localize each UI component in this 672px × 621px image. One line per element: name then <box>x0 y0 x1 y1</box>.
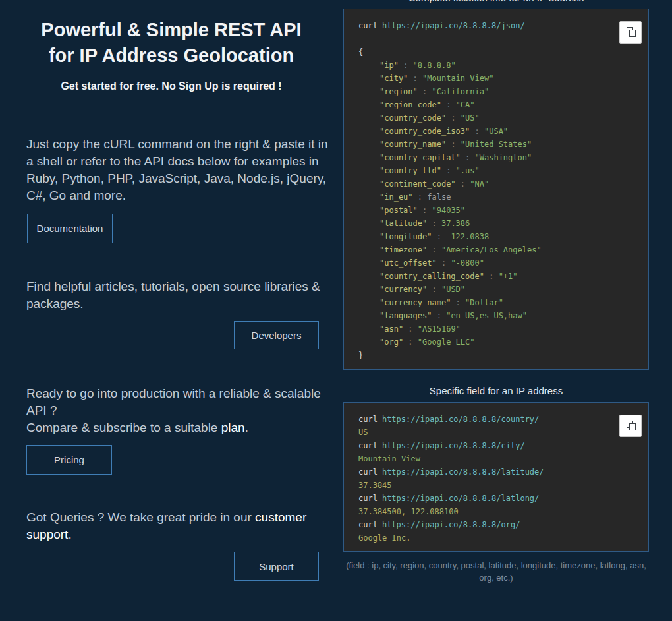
curl-output: 37.3845 <box>358 479 648 492</box>
copy-button[interactable] <box>619 415 642 437</box>
pricing-paragraph-line1: Ready to go into production with a relia… <box>26 386 321 417</box>
json-row: "city" : "Mountain View" <box>358 72 648 85</box>
json-row: "region" : "California" <box>358 85 648 98</box>
page-title-line1: Powerful & Simple REST API <box>20 17 323 43</box>
json-row: "country_name" : "United States" <box>358 138 648 151</box>
curl-command: curlhttps://ipapi.co/8.8.8.8/city/ <box>358 439 648 452</box>
json-row: "languages" : "en-US,es-US,haw" <box>358 309 648 322</box>
plan-link[interactable]: plan <box>221 421 245 434</box>
curl-url: https://ipapi.co/8.8.8.8/country/ <box>382 415 539 424</box>
json-row: "country_calling_code" : "+1" <box>358 270 648 283</box>
developers-paragraph: Find helpful articles, tutorials, open s… <box>26 278 331 312</box>
curl-url: https://ipapi.co/8.8.8.8/latitude/ <box>382 467 544 477</box>
json-row: "asn" : "AS15169" <box>358 322 648 336</box>
json-row: "latitude" : 37.386 <box>358 217 648 230</box>
copy-icon <box>626 27 636 38</box>
json-row: "org" : "Google LLC" <box>358 336 648 349</box>
curl-command: curlhttps://ipapi.co/8.8.8.8/json/ <box>358 19 648 32</box>
curl-command: curlhttps://ipapi.co/8.8.8.8/latlong/ <box>358 492 648 505</box>
json-brace-open: { <box>358 45 648 59</box>
page-title: Powerful & Simple REST API for IP Addres… <box>20 17 323 69</box>
specific-field-heading: Specific field for an IP address <box>343 385 649 396</box>
pricing-paragraph-line2: Compare & subscribe to a suitable <box>26 421 221 434</box>
json-row: "country_tld" : ".us" <box>358 164 648 177</box>
json-row: "utc_offset" : "-0800" <box>358 256 648 270</box>
developers-button[interactable]: Developers <box>234 321 319 349</box>
page-subtitle: Get started for free. No Sign Up is requ… <box>20 80 323 92</box>
support-paragraph: Got Queries ? We take great pride in our… <box>26 509 331 543</box>
copy-icon <box>626 421 636 431</box>
json-row: "country_code_iso3" : "USA" <box>358 125 648 138</box>
specific-field-code-block: curlhttps://ipapi.co/8.8.8.8/country/ US… <box>343 402 649 552</box>
json-row: "postal" : "94035" <box>358 204 648 217</box>
json-row: "currency_name" : "Dollar" <box>358 296 648 309</box>
documentation-button[interactable]: Documentation <box>27 214 113 243</box>
json-block-heading: Complete location info for an IP address <box>343 0 649 3</box>
support-paragraph-prefix: Got Queries ? We take great pride in our <box>26 510 255 524</box>
support-button[interactable]: Support <box>234 552 319 581</box>
curl-command: curlhttps://ipapi.co/8.8.8.8/org/ <box>358 518 648 531</box>
page-title-line2: for IP Address Geolocation <box>20 43 323 69</box>
curl-output: 37.384500,-122.088100 <box>358 505 648 518</box>
curl-url: https://ipapi.co/8.8.8.8/city/ <box>382 441 525 450</box>
json-row: "in_eu" : false <box>358 191 648 204</box>
curl-output: US <box>358 426 648 439</box>
json-brace-close: } <box>358 349 648 362</box>
support-paragraph-period: . <box>68 527 71 541</box>
pricing-paragraph-period: . <box>245 421 248 434</box>
json-row: "country_capital" : "Washington" <box>358 151 648 164</box>
json-row: "ip" : "8.8.8.8" <box>358 59 648 72</box>
json-row: "longitude" : -122.0838 <box>358 230 648 243</box>
json-code-block: curlhttps://ipapi.co/8.8.8.8/json/ { "ip… <box>343 9 649 370</box>
intro-paragraph: Just copy the cURL command on the right … <box>26 136 331 204</box>
json-row: "region_code" : "CA" <box>358 98 648 111</box>
json-row: "currency" : "USD" <box>358 283 648 296</box>
curl-url: https://ipapi.co/8.8.8.8/org/ <box>382 520 520 529</box>
curl-url: https://ipapi.co/8.8.8.8/json/ <box>382 21 525 30</box>
json-row: "country_code" : "US" <box>358 111 648 125</box>
curl-url: https://ipapi.co/8.8.8.8/latlong/ <box>382 494 539 503</box>
curl-output: Google Inc. <box>358 531 648 545</box>
json-row: "timezone" : "America/Los_Angeles" <box>358 243 648 256</box>
pricing-button[interactable]: Pricing <box>26 445 112 475</box>
curl-command: curlhttps://ipapi.co/8.8.8.8/latitude/ <box>358 465 648 479</box>
pricing-paragraph: Ready to go into production with a relia… <box>26 385 331 436</box>
json-row: "continent_code" : "NA" <box>358 177 648 191</box>
curl-command: curlhttps://ipapi.co/8.8.8.8/country/ <box>358 413 648 426</box>
copy-button[interactable] <box>619 21 642 44</box>
curl-output: Mountain View <box>358 452 648 465</box>
page: Powerful & Simple REST API for IP Addres… <box>0 0 672 621</box>
field-list-caption: (field : ip, city, region, country, post… <box>343 559 649 584</box>
